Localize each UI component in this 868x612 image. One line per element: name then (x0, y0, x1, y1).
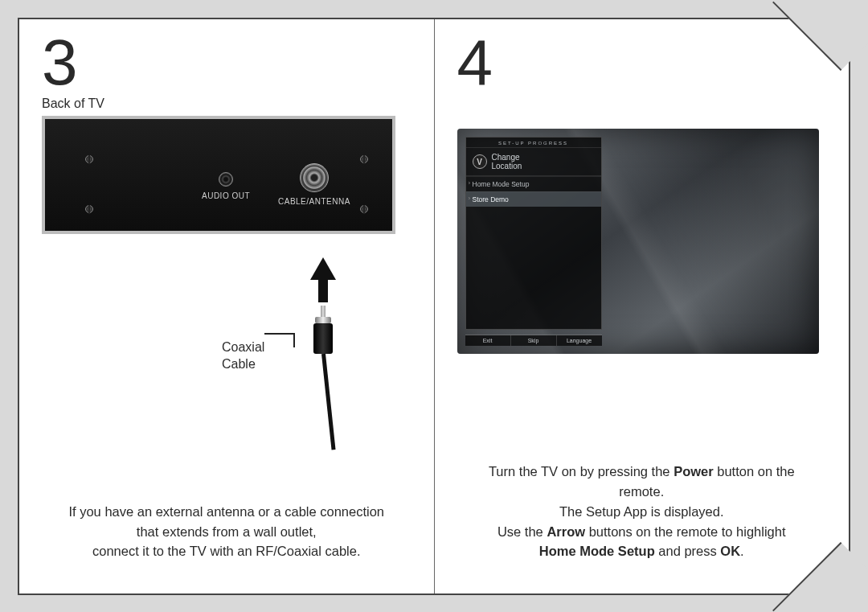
coax-cable-label: Coaxial Cable (222, 339, 264, 373)
setup-title-line1: Change (492, 153, 522, 162)
audio-out-label: AUDIO OUT (202, 191, 250, 200)
text: Turn the TV on by pressing the (489, 464, 674, 479)
bold-text: Home Mode Setup (539, 544, 655, 558)
bold-text: Arrow (547, 524, 585, 539)
setup-footer: Exit Skip Language (465, 335, 602, 346)
manual-page: 3 Back of TV AUDIO OUT CABLE/ANTENNA (18, 18, 850, 595)
coax-cable-illustration (275, 257, 371, 442)
coax-label-line1: Coaxial (222, 339, 264, 356)
connector-ring (315, 317, 331, 323)
bold-text: Power (674, 464, 714, 479)
screw-icon (360, 155, 368, 163)
coax-jack-icon (300, 163, 329, 192)
tv-setup-screenshot: SET-UP PROGRESS V Change Location Home M… (457, 129, 819, 354)
cable-antenna-port: CABLE/ANTENNA (278, 163, 350, 206)
footer-skip: Skip (511, 335, 557, 346)
bold-text: OK (720, 544, 740, 558)
footer-language: Language (557, 335, 602, 346)
v-logo-icon: V (473, 154, 487, 169)
text: . (740, 544, 744, 558)
footer-exit: Exit (465, 335, 511, 346)
instruction-line: remote. (457, 482, 827, 502)
text: buttons on the remote to highlight (585, 524, 786, 539)
audio-jack-icon (219, 172, 233, 187)
text: Use the (497, 524, 547, 539)
setup-title-line2: Location (492, 162, 522, 170)
instruction-line: If you have an external antenna or a cab… (42, 502, 411, 522)
instruction-line: Use the Arrow buttons on the remote to h… (457, 522, 827, 542)
screw-icon (85, 155, 93, 163)
instruction-line: Turn the TV on by pressing the Power but… (457, 462, 827, 482)
step-4-instructions: Turn the TV on by pressing the Power but… (457, 462, 827, 561)
setup-header: V Change Location (466, 148, 601, 176)
instruction-line: Home Mode Setup and press OK. (457, 541, 827, 561)
setup-progress-label: SET-UP PROGRESS (466, 138, 601, 148)
leader-line (264, 333, 295, 347)
arrow-stem (318, 278, 328, 302)
coax-label-line2: Cable (222, 356, 264, 373)
setup-title: Change Location (492, 153, 522, 170)
tv-back-illustration: AUDIO OUT CABLE/ANTENNA (42, 116, 395, 234)
instruction-line: connect it to the TV with an RF/Coaxial … (42, 541, 411, 561)
audio-out-port: AUDIO OUT (202, 172, 250, 200)
screw-icon (85, 205, 93, 213)
step-3-number: 3 (42, 34, 411, 92)
connector-tip (321, 306, 326, 317)
screw-icon (360, 205, 368, 213)
menu-item-home-mode: Home Mode Setup (466, 176, 601, 191)
cable-antenna-label: CABLE/ANTENNA (278, 197, 350, 206)
text: button on the (714, 464, 795, 479)
arrow-up-icon (310, 257, 336, 280)
connector-body (313, 323, 333, 354)
text: and press (655, 544, 721, 558)
step-4-panel: 4 SET-UP PROGRESS V Change Location Home… (435, 19, 850, 594)
setup-menu-panel: SET-UP PROGRESS V Change Location Home M… (465, 137, 602, 330)
cable-line (321, 354, 336, 450)
step-4-number: 4 (457, 34, 827, 92)
step-3-instructions: If you have an external antenna or a cab… (42, 502, 411, 561)
instruction-line: The Setup App is displayed. (457, 502, 827, 522)
menu-item-store-demo: Store Demo (466, 191, 601, 207)
step-3-panel: 3 Back of TV AUDIO OUT CABLE/ANTENNA (19, 19, 435, 594)
back-of-tv-label: Back of TV (42, 97, 411, 111)
instruction-line: that extends from a wall outlet, (42, 522, 411, 542)
